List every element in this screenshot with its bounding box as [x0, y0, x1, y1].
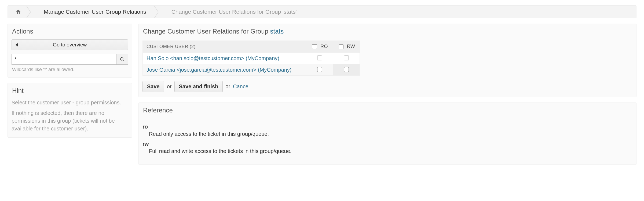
breadcrumb-separator-icon [26, 6, 32, 18]
hint-line2: If nothing is selected, then there are n… [12, 109, 128, 133]
rw-checkbox[interactable] [344, 56, 349, 60]
permissions-table: CUSTOMER USER (2) RO [142, 41, 360, 76]
ro-checkbox[interactable] [317, 56, 322, 60]
home-icon [15, 9, 21, 15]
breadcrumb-level2: Change Customer User Relations for Group… [160, 6, 304, 18]
customer-user-link[interactable]: Han Solo <han.solo@testcustomer.com> (My… [143, 53, 306, 64]
col-rw: RW [333, 41, 360, 53]
actions-title: Actions [8, 24, 132, 37]
customer-search-button[interactable] [116, 54, 128, 65]
search-icon [120, 57, 125, 62]
button-row: Save or Save and finish or Cancel [142, 81, 632, 92]
reference-desc: Read only access to the ticket in this g… [149, 131, 632, 137]
caret-left-icon [16, 43, 18, 46]
reference-term: ro [142, 124, 632, 130]
reference-term: rw [142, 141, 632, 147]
breadcrumb-separator-icon [154, 6, 160, 18]
reference-title: Reference [139, 103, 636, 116]
relations-panel: Change Customer User Relations for Group… [138, 24, 636, 97]
hint-title: Hint [8, 83, 132, 97]
actions-panel: Actions Go to overview Wildcards like '*… [8, 24, 132, 78]
ro-checkbox[interactable] [317, 67, 322, 72]
go-to-overview-label: Go to overview [53, 42, 87, 48]
table-row: Han Solo <han.solo@testcustomer.com> (My… [143, 53, 360, 64]
svg-point-0 [120, 57, 123, 60]
save-button[interactable]: Save [142, 81, 164, 92]
go-to-overview-button[interactable]: Go to overview [12, 39, 128, 50]
table-row: Jose Garcia <jose.garcia@testcustomer.co… [143, 64, 360, 76]
breadcrumb: Manage Customer User-Group Relations Cha… [8, 5, 636, 18]
col-customer-user: CUSTOMER USER (2) [143, 41, 306, 53]
search-hint: Wildcards like '*' are allowed. [12, 67, 127, 72]
hint-panel: Hint Select the customer user - group pe… [8, 83, 132, 138]
cancel-link[interactable]: Cancel [233, 83, 250, 90]
group-link[interactable]: stats [270, 28, 284, 35]
svg-line-1 [123, 60, 124, 61]
rw-checkbox[interactable] [344, 67, 349, 72]
or-text: or [167, 83, 172, 90]
select-all-ro-checkbox[interactable] [312, 44, 317, 49]
hint-line1: Select the customer user - group permiss… [12, 99, 128, 107]
customer-user-link[interactable]: Jose Garcia <jose.garcia@testcustomer.co… [143, 64, 306, 76]
customer-search-input[interactable] [12, 54, 116, 65]
breadcrumb-level1[interactable]: Manage Customer User-Group Relations [32, 6, 154, 18]
relations-title: Change Customer User Relations for Group… [139, 24, 636, 37]
breadcrumb-home[interactable] [8, 6, 26, 18]
reference-desc: Full read and write access to the ticket… [149, 148, 632, 154]
select-all-rw-checkbox[interactable] [339, 44, 343, 49]
col-ro: RO [306, 41, 333, 53]
reference-panel: Reference ro Read only access to the tic… [138, 103, 636, 165]
save-and-finish-button[interactable]: Save and finish [174, 81, 223, 92]
or-text: or [225, 83, 230, 90]
